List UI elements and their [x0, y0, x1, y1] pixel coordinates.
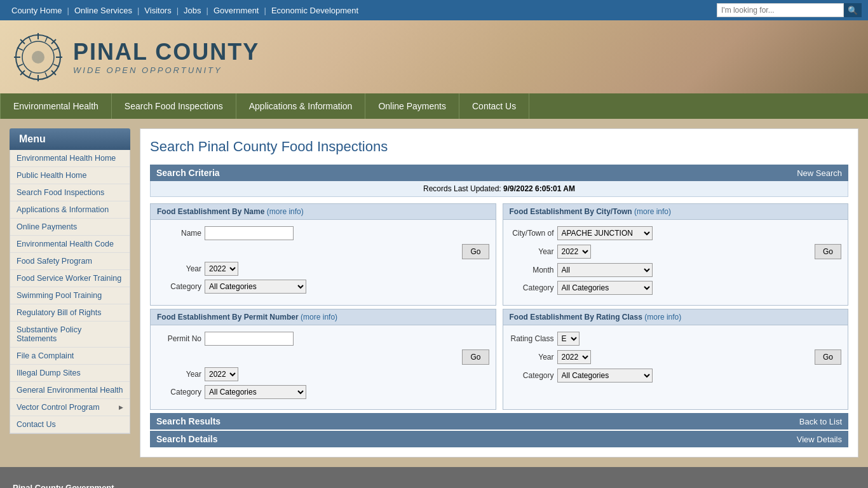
name-go-button[interactable]: Go [462, 244, 489, 259]
name-input[interactable] [205, 226, 294, 240]
records-updated-bar: Records Last Updated: 9/9/2022 6:05:01 A… [150, 181, 848, 197]
search-details-header: Search Details View Details [150, 431, 848, 447]
top-search-button[interactable]: 🔍 [844, 3, 862, 17]
city-category-label: Category [510, 283, 554, 292]
search-results-header: Search Results Back to List [150, 413, 848, 430]
by-rating-body: Rating Class EABCD Year 2022202120202019… [503, 325, 848, 393]
name-go-row: Go [157, 244, 489, 259]
permit-go-button[interactable]: Go [462, 349, 489, 365]
nav-applications-information[interactable]: Applications & Information [236, 93, 366, 119]
footer: Pinal County Government 31 N. Pinal Stre… [0, 467, 868, 488]
by-city-more-info[interactable]: (more info) [634, 207, 671, 216]
org-tagline: WIDE OPEN OPPORTUNITY [73, 65, 259, 75]
city-go-button[interactable]: Go [815, 244, 841, 259]
jobs-link[interactable]: Jobs [179, 6, 206, 15]
name-category-row: Category All CategoriesRestaurantFood St… [157, 280, 489, 294]
sidebar-item-food-safety[interactable]: Food Safety Program [10, 253, 130, 270]
online-services-link[interactable]: Online Services [69, 6, 137, 15]
search-results-label: Search Results [156, 416, 220, 426]
city-select[interactable]: APACHE JUNCTIONCASA GRANDECOOLIDGEELOYFL… [557, 226, 653, 240]
permit-year-select[interactable]: 2022202120202019 [205, 367, 238, 381]
permit-row: Permit No [157, 332, 489, 346]
sidebar-item-public-health-home[interactable]: Public Health Home [10, 167, 130, 184]
permit-category-select[interactable]: All CategoriesRestaurantFood StoreMobile… [205, 385, 306, 399]
government-link[interactable]: Government [208, 6, 264, 15]
by-name-more-info[interactable]: (more info) [267, 207, 304, 216]
footer-org-name: Pinal County Government [13, 483, 114, 488]
search-panel-by-rating: Food Establishment By Rating Class (more… [503, 309, 849, 410]
logo-text: PINAL COUNTY WIDE OPEN OPPORTUNITY [73, 39, 259, 75]
name-row: Name [157, 226, 489, 240]
city-year-label: Year [510, 247, 554, 256]
records-updated-label: Records Last Updated: [423, 184, 501, 193]
city-year-row: Year 2022202120202019 Go [510, 244, 842, 259]
sidebar-item-illegal-dump[interactable]: Illegal Dump Sites [10, 365, 130, 382]
permit-category-label: Category [157, 388, 201, 396]
sidebar-menu-body: Environmental Health Home Public Health … [10, 150, 130, 434]
sidebar-item-reg-bill-rights[interactable]: Regulatory Bill of Rights [10, 304, 130, 322]
city-month-select[interactable]: AllJanuaryFebruaryMarchAprilMayJuneJulyA… [557, 263, 653, 277]
name-year-select[interactable]: 2022202120202019 [205, 262, 238, 276]
site-header: PINAL COUNTY WIDE OPEN OPPORTUNITY [0, 20, 868, 93]
sidebar-item-env-health-code[interactable]: Environmental Health Code [10, 236, 130, 253]
search-details-label: Search Details [156, 434, 218, 444]
rating-go-button[interactable]: Go [815, 349, 841, 365]
name-category-label: Category [157, 282, 201, 291]
sidebar-item-apps-info[interactable]: Applications & Information [10, 201, 130, 219]
top-search-input[interactable] [717, 3, 844, 17]
rating-category-row: Category All CategoriesRestaurantFood St… [510, 369, 842, 383]
pinal-county-logo-icon [13, 32, 64, 83]
visitors-link[interactable]: Visitors [139, 6, 176, 15]
back-to-list-link[interactable]: Back to List [799, 417, 842, 426]
search-criteria-header: Search Criteria New Search [150, 165, 848, 181]
name-label: Name [157, 229, 201, 238]
sidebar-item-policy-statements[interactable]: Substantive Policy Statements [10, 322, 130, 348]
search-panel-by-city: Food Establishment By City/Town (more in… [503, 203, 849, 306]
rating-year-select[interactable]: 2022202120202019 [557, 350, 591, 364]
sidebar-item-food-worker-training[interactable]: Food Service Worker Training [10, 270, 130, 287]
by-permit-body: Permit No Go Year 2022202120202019 Categ… [151, 325, 496, 409]
rating-category-select[interactable]: All CategoriesRestaurantFood StoreMobile… [557, 369, 653, 383]
city-year-select[interactable]: 2022202120202019 [557, 245, 591, 259]
city-month-label: Month [510, 266, 554, 274]
nav-online-payments[interactable]: Online Payments [365, 93, 459, 119]
city-category-select[interactable]: All CategoriesRestaurantFood StoreMobile… [557, 281, 653, 295]
search-criteria-label: Search Criteria [156, 168, 220, 178]
by-city-header: Food Establishment By City/Town (more in… [503, 204, 848, 220]
permit-year-row: Year 2022202120202019 [157, 367, 489, 381]
logo-area: PINAL COUNTY WIDE OPEN OPPORTUNITY [13, 32, 259, 83]
sidebar-item-env-health-home[interactable]: Environmental Health Home [10, 150, 130, 167]
by-permit-header: Food Establishment By Permit Number (mor… [151, 309, 496, 325]
new-search-link[interactable]: New Search [797, 168, 842, 178]
search-panels-top: Food Establishment By Name (more info) N… [150, 203, 848, 306]
sidebar-item-general-env-health[interactable]: General Environmental Health [10, 382, 130, 399]
rating-row: Rating Class EABCD [510, 332, 842, 346]
county-home-link[interactable]: County Home [6, 6, 67, 15]
name-year-label: Year [157, 264, 201, 273]
sidebar-menu-header: Menu [10, 128, 130, 150]
by-name-title: Food Establishment By Name [157, 207, 264, 216]
permit-input[interactable] [205, 332, 294, 346]
nav-contact-us[interactable]: Contact Us [459, 93, 529, 119]
nav-search-food-inspections[interactable]: Search Food Inspections [112, 93, 236, 119]
sidebar-item-online-payments[interactable]: Online Payments [10, 219, 130, 236]
sidebar: Menu Environmental Health Home Public He… [10, 128, 130, 458]
by-permit-more-info[interactable]: (more info) [301, 313, 337, 322]
main-navigation: Environmental Health Search Food Inspect… [0, 93, 868, 119]
sidebar-item-vector-control[interactable]: Vector Control Program [10, 399, 130, 416]
economic-development-link[interactable]: Economic Development [266, 6, 363, 15]
rating-select[interactable]: EABCD [557, 332, 580, 346]
sidebar-item-search-food[interactable]: Search Food Inspections [10, 184, 130, 201]
by-rating-more-info[interactable]: (more info) [644, 313, 681, 322]
sidebar-item-swimming-pool[interactable]: Swimming Pool Training [10, 287, 130, 304]
page-title: Search Pinal County Food Inspections [150, 139, 848, 155]
by-name-body: Name Go Year 2022202120202019 Category [151, 220, 496, 304]
by-rating-title: Food Establishment By Rating Class [510, 313, 642, 322]
city-row: City/Town of APACHE JUNCTIONCASA GRANDEC… [510, 226, 842, 240]
view-details-link[interactable]: View Details [797, 435, 842, 444]
sidebar-item-file-complaint[interactable]: File a Complaint [10, 348, 130, 365]
sidebar-item-contact-us[interactable]: Contact Us [10, 416, 130, 433]
name-category-select[interactable]: All CategoriesRestaurantFood StoreMobile… [205, 280, 306, 294]
top-search-area: 🔍 [717, 3, 862, 17]
nav-environmental-health[interactable]: Environmental Health [0, 93, 112, 119]
